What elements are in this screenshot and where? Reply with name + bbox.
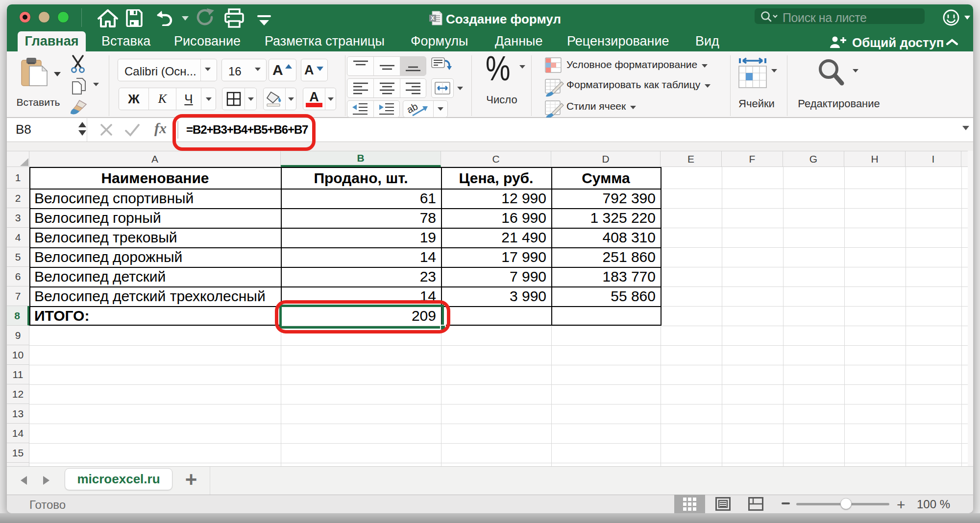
- svg-text:X: X: [431, 15, 435, 21]
